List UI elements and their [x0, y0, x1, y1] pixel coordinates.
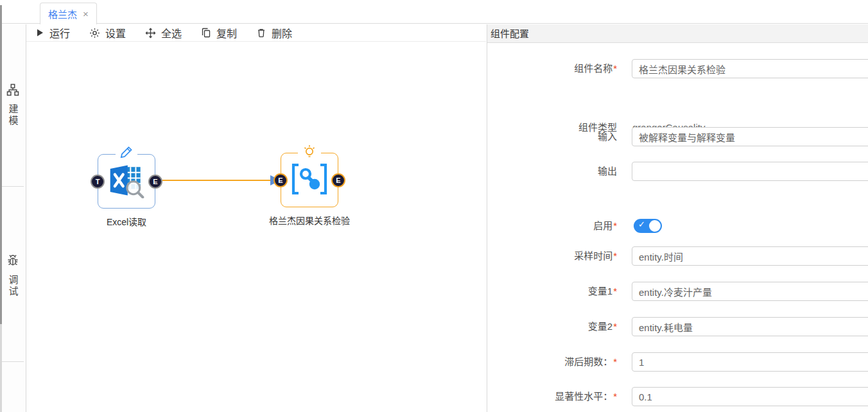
input-field[interactable] — [632, 127, 868, 146]
node-excel-read[interactable]: T E Excel读取 — [98, 154, 155, 209]
sample-time-input[interactable] — [632, 246, 868, 266]
port-E-out[interactable]: E — [331, 173, 345, 187]
field-row-lag-periods: 滞后期数：* — [487, 352, 868, 372]
lag-periods-input[interactable] — [632, 352, 868, 372]
excel-icon — [108, 162, 145, 201]
sidebar-item-modeling[interactable]: 建模 — [0, 83, 26, 127]
copy-label: 复制 — [216, 25, 237, 40]
significance-level-input[interactable] — [632, 387, 868, 406]
required-asterisk: * — [613, 356, 617, 367]
connection-wire — [26, 42, 486, 412]
settings-button[interactable]: 设置 — [89, 25, 126, 40]
field-label: 输入 — [487, 127, 617, 146]
node-label: 格兰杰因果关系检验 — [269, 214, 350, 227]
granger-analysis-icon — [290, 162, 329, 199]
component-config-panel: 组件配置 组件名称* 组件类型 grangerCausality 输入 输出 启… — [487, 24, 868, 412]
run-button[interactable]: 运行 — [35, 25, 70, 40]
sidebar-divider — [2, 186, 24, 187]
output-field[interactable] — [632, 162, 868, 181]
tab-title: 格兰杰 — [48, 7, 77, 21]
field-label: 采样时间* — [487, 246, 617, 266]
tab-granger[interactable]: 格兰杰 × — [40, 3, 97, 24]
workflow-canvas[interactable]: T E Excel读取 E — [26, 42, 486, 412]
enable-toggle[interactable]: ✓ — [634, 219, 662, 233]
pencil-icon[interactable] — [116, 144, 137, 162]
bug-icon — [6, 254, 19, 270]
port-E-in[interactable]: E — [273, 173, 288, 187]
required-asterisk: * — [613, 391, 617, 402]
variable2-input[interactable] — [632, 317, 868, 336]
check-icon: ✓ — [638, 219, 645, 229]
field-label: 输出 — [487, 162, 617, 181]
field-row-sample-time: 采样时间* — [487, 246, 868, 266]
trash-icon — [256, 28, 266, 38]
field-label: 变量2* — [487, 317, 617, 336]
panel-title: 组件配置 — [487, 24, 868, 43]
settings-label: 设置 — [105, 25, 126, 40]
field-label: 显著性水平：* — [487, 387, 617, 406]
variable1-input[interactable] — [632, 282, 868, 301]
play-icon — [35, 28, 44, 37]
run-label: 运行 — [49, 25, 70, 40]
copy-icon — [201, 28, 211, 38]
workflow-app: 格兰杰 × 运行 设置 — [0, 0, 868, 412]
field-label: 组件名称* — [487, 59, 617, 78]
field-row-variable1: 变量1* — [487, 282, 868, 301]
delete-label: 删除 — [272, 25, 292, 40]
node-granger-causality[interactable]: E E 格兰杰因果关系检验 — [281, 153, 338, 207]
required-asterisk: * — [613, 220, 617, 231]
gear-icon — [89, 28, 100, 39]
port-T[interactable]: T — [91, 175, 105, 189]
field-row-input: 输入 — [487, 127, 868, 146]
select-all-label: 全选 — [161, 25, 182, 40]
tab-close-icon[interactable]: × — [83, 8, 89, 19]
required-asterisk: * — [613, 250, 617, 261]
left-edge-scrollbar[interactable] — [0, 5, 2, 324]
required-asterisk: * — [613, 321, 617, 332]
left-edge-scrollbar-track — [0, 324, 2, 412]
required-asterisk: * — [613, 286, 617, 296]
tab-bar: 格兰杰 × — [0, 0, 868, 24]
copy-button[interactable]: 复制 — [201, 25, 237, 40]
sidebar-item-label: 调试 — [8, 275, 18, 298]
sidebar-item-debug[interactable]: 调试 — [0, 254, 26, 298]
field-label: 启用* — [487, 216, 617, 236]
port-E-out[interactable]: E — [148, 175, 162, 189]
sitemap-icon — [6, 83, 19, 99]
lightbulb-icon[interactable] — [298, 143, 321, 162]
select-all-button[interactable]: 全选 — [145, 25, 182, 40]
canvas-toolbar: 运行 设置 全选 — [26, 24, 486, 42]
field-label: 变量1* — [487, 282, 617, 301]
field-row-output: 输出 — [487, 162, 868, 181]
node-label: Excel读取 — [107, 215, 146, 228]
field-row-enabled: 启用* ✓ — [487, 216, 868, 236]
required-asterisk: * — [613, 63, 617, 74]
component-name-input[interactable] — [632, 59, 868, 78]
field-row-significance-level: 显著性水平：* — [487, 387, 868, 406]
field-row-variable2: 变量2* — [487, 317, 868, 336]
field-row-component-name: 组件名称* — [487, 59, 868, 78]
left-sidebar: 建模 调试 — [0, 24, 26, 412]
sidebar-item-label: 建模 — [8, 104, 18, 127]
field-label: 滞后期数：* — [487, 352, 617, 372]
sidebar-divider — [2, 361, 24, 362]
move-icon — [145, 28, 156, 39]
toggle-knob — [649, 220, 661, 232]
delete-button[interactable]: 删除 — [256, 25, 292, 40]
